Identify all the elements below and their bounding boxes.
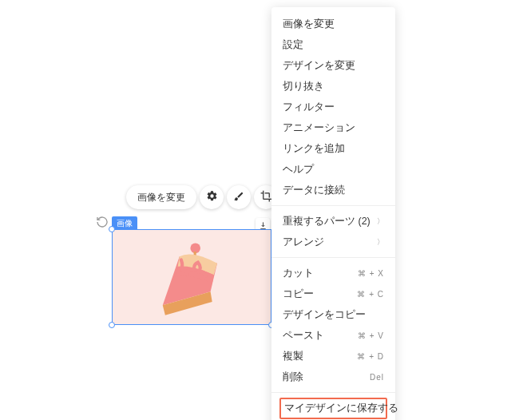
menu-animation[interactable]: アニメーション xyxy=(271,117,395,138)
image-content xyxy=(113,230,271,324)
menu-help[interactable]: ヘルプ xyxy=(271,159,395,180)
menu-duplicate-parts[interactable]: 重複するパーツ (2) 〉 xyxy=(271,211,395,232)
brush-icon xyxy=(233,191,244,204)
resize-handle[interactable] xyxy=(109,226,115,232)
menu-change-image[interactable]: 画像を変更 xyxy=(271,14,395,34)
menu-delete[interactable]: 削除 Del xyxy=(271,367,395,387)
context-menu: 画像を変更 設定 デザインを変更 切り抜き フィルター アニメーション リンクを… xyxy=(271,7,395,420)
menu-duplicate[interactable]: 複製 ⌘ + D xyxy=(271,346,395,367)
menu-cut[interactable]: カット ⌘ + X xyxy=(271,263,395,283)
selection-box[interactable] xyxy=(112,229,271,325)
shortcut: ⌘ + V xyxy=(358,331,384,340)
gear-icon xyxy=(206,190,218,204)
crop-icon xyxy=(260,190,272,204)
menu-save-my-design[interactable]: マイデザインに保存する xyxy=(279,398,387,419)
menu-arrange[interactable]: アレンジ 〉 xyxy=(271,232,395,252)
shortcut: Del xyxy=(370,373,384,382)
element-tag-label: 画像 xyxy=(117,219,133,228)
separator xyxy=(271,392,395,393)
change-image-label: 画像を変更 xyxy=(137,191,185,204)
menu-filter[interactable]: フィルター xyxy=(271,97,395,117)
separator xyxy=(271,205,395,206)
menu-settings[interactable]: 設定 xyxy=(271,34,395,55)
chevron-right-icon: 〉 xyxy=(377,216,384,227)
settings-button[interactable] xyxy=(200,185,224,209)
floating-toolbar: 画像を変更 xyxy=(126,185,278,209)
cake-icon xyxy=(150,240,234,315)
shortcut: ⌘ + C xyxy=(357,290,384,299)
selected-element: 画像 xyxy=(112,218,271,325)
menu-connect-data[interactable]: データに接続 xyxy=(271,180,395,200)
menu-crop[interactable]: 切り抜き xyxy=(271,76,395,97)
change-image-button[interactable]: 画像を変更 xyxy=(126,185,196,209)
menu-change-design[interactable]: デザインを変更 xyxy=(271,55,395,76)
shortcut: ⌘ + X xyxy=(358,269,384,278)
resize-handle[interactable] xyxy=(109,322,115,328)
menu-copy[interactable]: コピー ⌘ + C xyxy=(271,283,395,304)
menu-paste[interactable]: ペースト ⌘ + V xyxy=(271,325,395,346)
separator xyxy=(271,257,395,258)
menu-add-link[interactable]: リンクを追加 xyxy=(271,138,395,159)
brush-button[interactable] xyxy=(227,185,251,209)
menu-copy-design[interactable]: デザインをコピー xyxy=(271,304,395,325)
chevron-right-icon: 〉 xyxy=(377,237,384,248)
shortcut: ⌘ + D xyxy=(357,352,384,361)
